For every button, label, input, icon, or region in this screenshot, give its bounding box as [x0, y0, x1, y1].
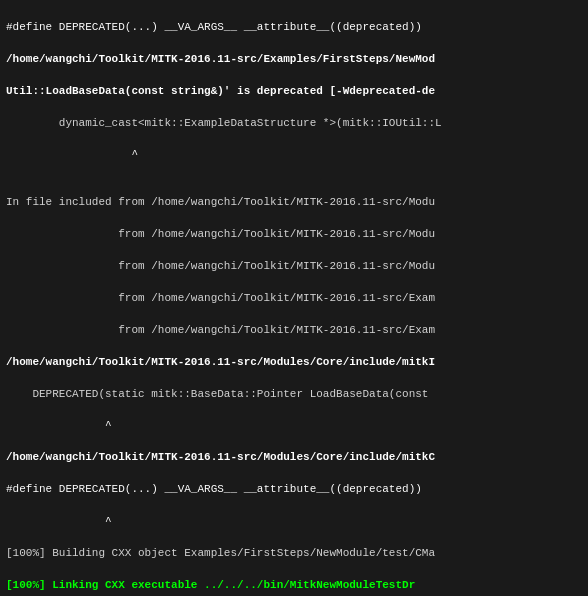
- terminal-line: [100%] Linking CXX executable ../../../b…: [6, 578, 582, 594]
- terminal-line: ^: [6, 514, 582, 530]
- terminal-line: ^: [6, 418, 582, 434]
- terminal-line: #define DEPRECATED(...) __VA_ARGS__ __at…: [6, 482, 582, 498]
- terminal-line: dynamic_cast<mitk::ExampleDataStructure …: [6, 116, 582, 132]
- terminal-line: DEPRECATED(static mitk::BaseData::Pointe…: [6, 387, 582, 403]
- terminal-line: /home/wangchi/Toolkit/MITK-2016.11-src/M…: [6, 450, 582, 466]
- terminal-line: In file included from /home/wangchi/Tool…: [6, 195, 582, 211]
- terminal-line: /home/wangchi/Toolkit/MITK-2016.11-src/M…: [6, 355, 582, 371]
- terminal-line: from /home/wangchi/Toolkit/MITK-2016.11-…: [6, 227, 582, 243]
- terminal-line: ^: [6, 147, 582, 163]
- terminal-line: from /home/wangchi/Toolkit/MITK-2016.11-…: [6, 259, 582, 275]
- terminal-line: Util::LoadBaseData(const string&)' is de…: [6, 84, 582, 100]
- terminal-line: [100%] Building CXX object Examples/Firs…: [6, 546, 582, 562]
- terminal-line: #define DEPRECATED(...) __VA_ARGS__ __at…: [6, 20, 582, 36]
- terminal-line: from /home/wangchi/Toolkit/MITK-2016.11-…: [6, 291, 582, 307]
- terminal-line: /home/wangchi/Toolkit/MITK-2016.11-src/E…: [6, 52, 582, 68]
- terminal-line: from /home/wangchi/Toolkit/MITK-2016.11-…: [6, 323, 582, 339]
- terminal-output: #define DEPRECATED(...) __VA_ARGS__ __at…: [0, 0, 588, 596]
